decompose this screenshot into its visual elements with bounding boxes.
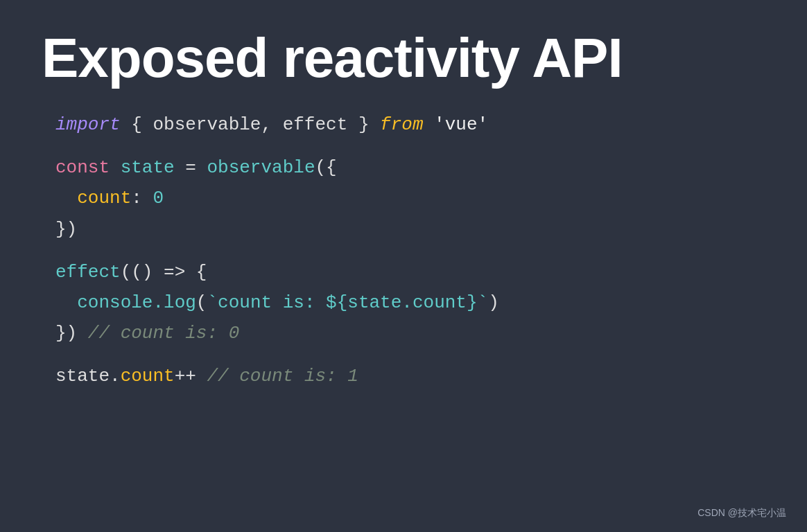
- watermark: CSDN @技术宅小温: [697, 507, 786, 520]
- comment-1: // count is: 0: [77, 323, 239, 344]
- fn-effect: effect: [55, 262, 121, 283]
- keyword-const: const: [55, 157, 110, 178]
- main-title: Exposed reactivity API: [42, 28, 765, 89]
- num-zero: 0: [153, 188, 164, 209]
- code-line-11: state.count++ // count is: 1: [55, 361, 765, 391]
- comment-2: // count is: 1: [196, 366, 358, 387]
- blank-3: [55, 348, 765, 361]
- code-line-3: const state = observable({: [55, 152, 765, 183]
- code-line-1: import { observable, effect } from 'vue': [55, 109, 765, 140]
- prop-count: count: [77, 188, 131, 209]
- code-line-7: effect(() => {: [55, 257, 765, 287]
- blank-1: [55, 140, 765, 152]
- keyword-import: import: [55, 114, 121, 135]
- fn-observable: observable: [207, 157, 315, 178]
- code-line-9: }) // count is: 0: [55, 318, 765, 348]
- fn-console-log: console.log: [77, 292, 196, 313]
- code-line-5: }): [55, 214, 765, 245]
- template-string: `count is: ${state.count}: [207, 292, 477, 313]
- blank-2: [55, 245, 765, 257]
- keyword-from: from: [380, 114, 423, 135]
- slide-container: Exposed reactivity API import { observab…: [0, 0, 807, 532]
- code-line-8: console.log(`count is: ${state.count}`): [55, 287, 765, 318]
- code-block: import { observable, effect } from 'vue'…: [42, 109, 765, 392]
- prop-count-2: count: [121, 366, 175, 387]
- var-state: state: [121, 157, 175, 178]
- code-line-4: count: 0: [55, 183, 765, 213]
